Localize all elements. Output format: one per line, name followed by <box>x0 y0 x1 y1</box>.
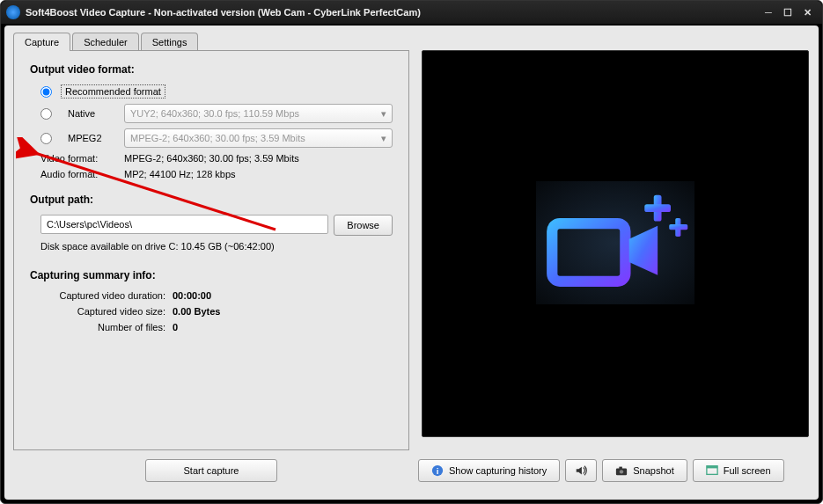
output-path-label: Output path: <box>30 194 393 206</box>
show-history-label: Show capturing history <box>449 465 547 476</box>
summary-label: Capturing summary info: <box>30 269 393 281</box>
titlebar: Soft4Boost Video Capture - Non-activated… <box>1 1 822 24</box>
maximize-button[interactable]: ☐ <box>778 5 797 19</box>
snapshot-label: Snapshot <box>633 465 673 476</box>
mpeg2-combo[interactable]: MPEG-2; 640x360; 30.00 fps; 3.59 Mbits <box>124 128 393 148</box>
summary-duration-row: Captured video duration: 00:00:00 <box>40 290 393 301</box>
tabs: Capture Scheduler Settings <box>13 33 409 51</box>
summary-size-row: Captured video size: 0.00 Bytes <box>40 306 393 317</box>
output-path-input[interactable] <box>40 215 328 234</box>
summary-files-label: Number of files: <box>40 322 173 332</box>
content-area: Capture Scheduler Settings Output video … <box>4 26 819 500</box>
disk-space-text: Disk space available on drive C: 10.45 G… <box>40 241 393 252</box>
bottom-right: i Show capturing history Snapshot Full s… <box>418 459 810 482</box>
app-icon <box>6 5 20 19</box>
svg-rect-11 <box>620 467 623 470</box>
video-format-row: Video format: MPEG-2; 640x360; 30.00 fps… <box>40 153 393 164</box>
camera-placeholder-icon <box>536 181 694 306</box>
preview-video <box>422 50 809 437</box>
svg-text:i: i <box>437 466 439 476</box>
tab-scheduler[interactable]: Scheduler <box>72 33 139 51</box>
speaker-icon <box>575 464 587 477</box>
preview-area <box>422 33 810 450</box>
audio-format-value: MP2; 44100 Hz; 128 kbps <box>124 169 236 179</box>
summary-files-value: 0 <box>173 322 178 332</box>
audio-format-label: Audio format: <box>40 169 124 179</box>
browse-button[interactable]: Browse <box>334 215 393 236</box>
radio-native-row: Native YUY2; 640x360; 30.0 fps; 110.59 M… <box>40 104 393 123</box>
tab-capture[interactable]: Capture <box>13 33 70 51</box>
svg-rect-13 <box>707 466 717 469</box>
radio-mpeg2-label: MPEG2 <box>68 133 112 143</box>
close-button[interactable]: ✕ <box>797 5 817 19</box>
bottom-left: Start capture <box>13 459 409 482</box>
tab-settings[interactable]: Settings <box>141 33 199 51</box>
radio-recommended-row: Recommended format <box>40 84 393 99</box>
capture-panel: Output video format: Recommended format … <box>13 50 409 450</box>
summary-size-label: Captured video size: <box>40 306 173 317</box>
app-window: Soft4Boost Video Capture - Non-activated… <box>0 0 823 504</box>
start-capture-button[interactable]: Start capture <box>145 459 277 482</box>
info-icon: i <box>431 464 444 477</box>
radio-recommended[interactable] <box>40 86 52 98</box>
camera-icon <box>615 464 628 477</box>
radio-mpeg2-row: MPEG2 MPEG-2; 640x360; 30.00 fps; 3.59 M… <box>40 128 393 148</box>
fullscreen-button[interactable]: Full screen <box>693 459 784 482</box>
svg-rect-6 <box>669 224 687 230</box>
summary-duration-value: 00:00:00 <box>173 290 211 301</box>
summary-duration-label: Captured video duration: <box>40 290 173 301</box>
radio-mpeg2[interactable] <box>40 133 52 144</box>
svg-rect-4 <box>644 204 671 212</box>
native-combo[interactable]: YUY2; 640x360; 30.0 fps; 110.59 Mbps <box>124 104 393 123</box>
bottom-bar: Start capture i Show capturing history S… <box>13 459 810 482</box>
radio-native-label: Native <box>68 108 112 119</box>
output-format-label: Output video format: <box>30 63 393 76</box>
radio-recommended-label: Recommended format <box>61 84 165 99</box>
summary-files-row: Number of files: 0 <box>40 322 393 332</box>
sound-button[interactable] <box>565 459 597 482</box>
left-panel: Capture Scheduler Settings Output video … <box>13 33 409 450</box>
audio-format-row: Audio format: MP2; 44100 Hz; 128 kbps <box>40 169 393 179</box>
snapshot-button[interactable]: Snapshot <box>602 459 687 482</box>
show-history-button[interactable]: i Show capturing history <box>418 459 560 482</box>
fullscreen-label: Full screen <box>724 465 771 476</box>
minimize-button[interactable]: ─ <box>759 5 778 19</box>
video-format-value: MPEG-2; 640x360; 30.00 fps; 3.59 Mbits <box>124 153 299 164</box>
window-title: Soft4Boost Video Capture - Non-activated… <box>26 7 759 18</box>
fullscreen-icon <box>706 464 718 477</box>
radio-native[interactable] <box>40 108 52 120</box>
output-path-row: Browse <box>40 215 393 236</box>
video-format-label: Video format: <box>40 153 124 164</box>
svg-point-10 <box>620 470 623 473</box>
summary-size-value: 0.00 Bytes <box>173 306 220 317</box>
